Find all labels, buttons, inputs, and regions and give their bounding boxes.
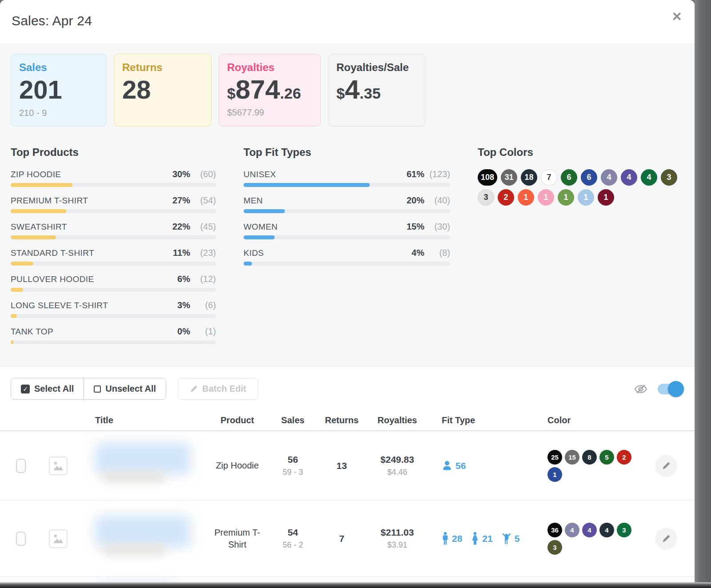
fit-count: 5 [515, 533, 520, 544]
currency-sign: $ [336, 85, 345, 102]
stat-card-royalties: Royalties $874.26 $5677.99 [219, 54, 321, 127]
bar-pct: 27% [172, 195, 190, 206]
blurred-subtext [103, 471, 165, 483]
redacted-title[interactable] [95, 512, 206, 565]
sales-sub: 59 - 3 [268, 468, 317, 477]
section-title: Top Fit Types [244, 146, 450, 159]
bar-label: LONG SLEEVE T-SHIRT [11, 301, 177, 310]
select-all-button[interactable]: ✓ Select All [11, 378, 84, 399]
visibility-toggle[interactable] [658, 384, 683, 394]
page-bottom-bar [0, 582, 711, 588]
color-chip: 1 [598, 189, 614, 206]
bar-label: PREMIUM T-SHIRT [11, 196, 172, 206]
row-checkbox[interactable] [16, 459, 26, 473]
unselect-all-button[interactable]: Unselect All [84, 378, 166, 399]
returns-value: 13 [317, 461, 366, 471]
close-icon[interactable]: ✕ [672, 11, 682, 23]
bar-count: (123) [424, 169, 450, 179]
sales-cell: 54 56 - 2 [268, 527, 317, 550]
pencil-icon [662, 461, 671, 470]
bar-track [244, 235, 450, 239]
color-chip: 2 [617, 450, 631, 465]
bar-fill [11, 183, 72, 187]
bar-label: WOMEN [244, 222, 407, 232]
stat-card-sales: Sales 201 210 - 9 [11, 54, 107, 127]
row-checkbox[interactable] [16, 532, 26, 546]
blurred-subtext [103, 544, 165, 556]
bar-track [11, 314, 216, 318]
bar-label: ZIP HOODIE [11, 170, 172, 179]
unisex-person-icon [442, 460, 452, 472]
batch-edit-label: Batch Edit [202, 384, 246, 394]
royalties-sub: $3.91 [366, 540, 428, 550]
fit-item: 56 [442, 460, 466, 472]
table-row: Zip Hoodie 56 59 - 3 13 $249.83 $4.46 56 [0, 431, 695, 500]
products-table: Title Product Sales Returns Royalties Fi… [0, 410, 695, 588]
color-chip: 3 [617, 523, 631, 537]
col-header-fit-type: Fit Type [428, 415, 531, 425]
table-header-row: Title Product Sales Returns Royalties Fi… [0, 410, 695, 431]
color-chip: 5 [599, 450, 614, 465]
bar-label: KIDS [244, 248, 411, 258]
table-toolbar: ✓ Select All Unselect All Batch Edit [0, 366, 695, 410]
color-chip: 4 [582, 523, 597, 537]
sales-cell: 56 59 - 3 [268, 454, 317, 477]
women-icon [471, 532, 479, 545]
bar-track [11, 209, 216, 213]
bar-track [244, 262, 450, 266]
col-header-product: Product [206, 415, 268, 425]
bar-track [11, 235, 216, 239]
color-cell: 25 15 8 5 2 1 [531, 450, 637, 482]
bar-fill [244, 209, 285, 213]
color-chip: 36 [547, 523, 562, 537]
bar-label: PULLOVER HOODIE [11, 274, 177, 284]
charts-row: Top Products ZIP HOODIE30%(60) PREMIUM T… [11, 146, 684, 353]
color-chip: 25 [547, 450, 562, 465]
bar-count: (45) [190, 222, 216, 232]
product-cell: Zip Hoodie [206, 460, 268, 472]
color-chip: 3 [661, 169, 677, 186]
col-header-returns: Returns [317, 415, 366, 425]
fit-item: 21 [471, 532, 492, 545]
color-chip: 7 [541, 169, 557, 186]
edit-row-button[interactable] [655, 455, 677, 477]
royalties-sub: $4.46 [366, 468, 428, 477]
col-header-royalties: Royalties [366, 415, 428, 425]
stat-card-returns: Returns 28 [114, 54, 212, 127]
bar-track [11, 340, 216, 344]
returns-cell: 13 [317, 461, 366, 471]
stat-value: $4.35 [336, 76, 417, 103]
page-scrollbar-right[interactable] [695, 0, 711, 588]
bar-pct: 30% [172, 169, 190, 179]
bar-row: UNISEX61%(123) [244, 169, 450, 187]
royalties-value: $211.03 [366, 527, 428, 538]
eye-slash-icon[interactable] [634, 383, 648, 395]
edit-row-button[interactable] [655, 528, 677, 550]
image-placeholder-icon [49, 529, 68, 548]
kids-icon [502, 533, 511, 544]
batch-edit-button[interactable]: Batch Edit [178, 378, 258, 400]
stats-panel: Sales 201 210 - 9 Returns 28 Royalties $… [0, 43, 695, 366]
bar-pct: 22% [172, 222, 190, 232]
bar-pct: 6% [177, 274, 190, 284]
color-chip: 1 [538, 189, 554, 206]
redacted-title[interactable] [95, 439, 206, 493]
bar-track [11, 183, 216, 187]
section-title: Top Colors [478, 146, 684, 159]
toggle-knob [668, 381, 684, 397]
bar-fill [11, 340, 13, 344]
bar-count: (60) [190, 169, 216, 179]
fit-type-cell: 56 [428, 460, 531, 472]
unselect-all-label: Unselect All [105, 384, 156, 394]
bar-row: TANK TOP0%(1) [11, 326, 216, 344]
bar-label: MEN [244, 196, 407, 206]
bar-count: (40) [424, 195, 450, 206]
empty-checkbox-icon [94, 385, 101, 393]
table-row: Premium T-Shirt 54 56 - 2 7 $211.03 $3.9… [0, 500, 695, 576]
bar-pct: 4% [411, 248, 424, 258]
color-cell: 36 4 4 4 3 3 [531, 523, 637, 555]
color-chip: 2 [498, 189, 514, 206]
currency-sign: $ [227, 85, 236, 102]
color-chip: 4 [599, 523, 614, 537]
bar-count: (12) [190, 274, 216, 284]
